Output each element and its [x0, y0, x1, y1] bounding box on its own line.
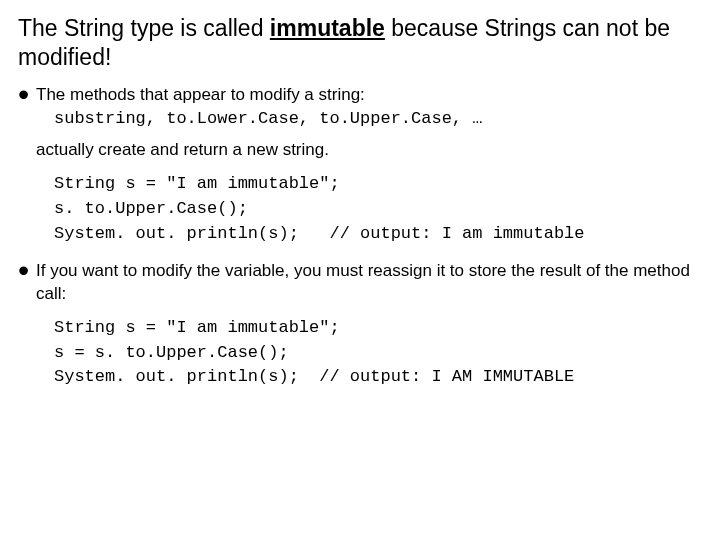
followup-sentence: actually create and return a new string.	[18, 139, 702, 162]
bullet-2-text: If you want to modify the variable, you …	[36, 261, 690, 303]
title-pre: The String type is called	[18, 15, 270, 41]
code-block-2: String s = "I am immutable"; s = s. to.U…	[18, 316, 702, 390]
title-emphasis: immutable	[270, 15, 385, 41]
code-block-1: String s = "I am immutable"; s. to.Upper…	[18, 172, 702, 246]
bullet-1-text: The methods that appear to modify a stri…	[36, 85, 365, 104]
bullet-2: If you want to modify the variable, you …	[18, 260, 702, 306]
bullet-1-methods: substring, to.Lower.Case, to.Upper.Case,…	[36, 108, 702, 131]
bullet-1: The methods that appear to modify a stri…	[18, 84, 702, 132]
title: The String type is called immutable beca…	[18, 14, 702, 72]
